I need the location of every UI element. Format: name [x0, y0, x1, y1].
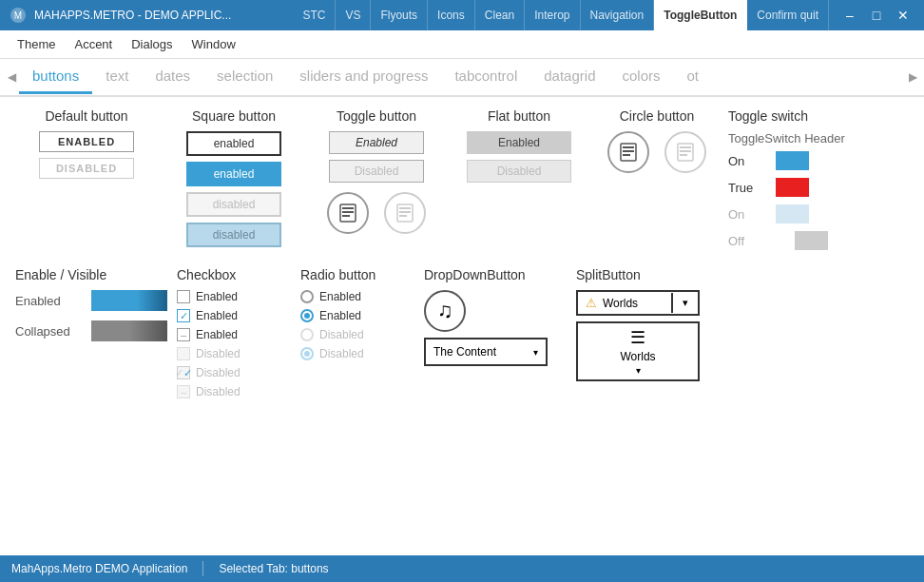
toggle-switch-on[interactable]: [776, 151, 828, 170]
tab-confirm-quit[interactable]: Confirm quit: [747, 0, 829, 30]
toggle-handle-dim-on: [809, 204, 828, 223]
cb-row-4: ✓ Disabled: [177, 366, 241, 379]
tabnav-text[interactable]: text: [92, 60, 142, 94]
menubar: Theme Accent Dialogs Window: [0, 30, 924, 59]
square-btn4: disabled: [186, 223, 281, 247]
statusbar-app-label: MahApps.Metro DEMO Application: [11, 562, 187, 575]
minimize-button[interactable]: –: [837, 0, 863, 30]
toggle-label-true: True: [728, 181, 766, 195]
radio-button-section: Radio button Enabled Enabled Disabled Di…: [300, 267, 414, 404]
split-content-btn[interactable]: ☰ Worlds ▾: [576, 321, 700, 381]
radio-1[interactable]: [300, 309, 314, 322]
checkbox-section: Checkbox Enabled Enabled Enabled Disable…: [177, 267, 291, 404]
flat-button-section: Flat button Enabled Disabled: [452, 108, 586, 258]
tabnav-dates[interactable]: dates: [142, 60, 203, 94]
tab-icons[interactable]: Icons: [428, 0, 475, 30]
radio-row-2: Disabled: [300, 328, 364, 341]
tabnav-items: buttons text dates selection sliders and…: [19, 60, 905, 94]
maximize-button[interactable]: □: [863, 0, 890, 30]
close-button[interactable]: ✕: [890, 0, 916, 30]
cb-label-4: Disabled: [196, 366, 241, 379]
tabnav-buttons[interactable]: buttons: [19, 60, 92, 94]
radio-2: [300, 328, 314, 341]
circle-btn1[interactable]: [607, 131, 649, 173]
statusbar: MahApps.Metro DEMO Application Selected …: [0, 555, 924, 582]
toggle-row-off: Off: [728, 231, 828, 250]
svg-rect-3: [342, 207, 354, 209]
ev-enabled-row: Enabled: [15, 290, 167, 311]
tab-interop[interactable]: Interop: [525, 0, 580, 30]
flat-button-title: Flat button: [488, 108, 550, 124]
toggle-switch-off[interactable]: [776, 231, 828, 250]
toggle-row-true: True: [728, 178, 828, 197]
tabnav-prev[interactable]: ◀: [4, 59, 19, 96]
tab-clean[interactable]: Clean: [475, 0, 525, 30]
tab-vs[interactable]: VS: [336, 0, 371, 30]
toggle-label-off: Off: [728, 234, 766, 248]
ev-collapsed-row: Collapsed: [15, 320, 167, 341]
default-enabled-button[interactable]: ENABLED: [39, 131, 134, 152]
split-arrow-btn[interactable]: ▾: [671, 293, 698, 313]
cb-2[interactable]: [177, 328, 190, 341]
tab-stc[interactable]: STC: [293, 0, 336, 30]
circle-buttons: [604, 131, 710, 173]
ev-collapsed-bar[interactable]: [91, 320, 167, 341]
cb-1[interactable]: [177, 309, 190, 322]
tabnav-ot[interactable]: ot: [674, 60, 713, 94]
square-btn1[interactable]: enabled: [186, 131, 281, 156]
tab-navigation[interactable]: Navigation: [581, 0, 655, 30]
tab-togglebutton[interactable]: ToggleButton: [654, 0, 747, 30]
cb-row-3: Disabled: [177, 347, 241, 360]
dd-content-label: The Content: [433, 345, 496, 359]
content-tabnav: ◀ buttons text dates selection sliders a…: [0, 59, 924, 97]
cb-3: [177, 347, 190, 360]
cb-label-2: Enabled: [196, 328, 238, 341]
tabnav-colors[interactable]: colors: [608, 60, 673, 94]
cb-0[interactable]: [177, 290, 190, 303]
toggle-disabled-button: Disabled: [329, 160, 424, 183]
toggle-icon-buttons: [323, 192, 430, 234]
app-icon: M: [8, 5, 29, 26]
toggle-row-on: On: [728, 151, 828, 170]
cb-row-1: Enabled: [177, 309, 238, 322]
tab-flyouts[interactable]: Flyouts: [371, 0, 428, 30]
tabnav-datagrid[interactable]: datagrid: [530, 60, 608, 94]
tabnav-next[interactable]: ▶: [905, 59, 920, 96]
svg-rect-4: [342, 211, 354, 213]
toggle-handle-true: [809, 178, 828, 197]
ev-enabled-bar[interactable]: [91, 290, 167, 311]
ev-enabled-label: Enabled: [15, 294, 82, 308]
main-content: Default button ENABLED DISABLED Square b…: [0, 97, 924, 555]
toggle-switch-dim-on[interactable]: [776, 204, 828, 223]
tabnav-tabcontrol[interactable]: tabcontrol: [441, 60, 530, 94]
radio-0[interactable]: [300, 290, 314, 303]
music-icon: ♫: [437, 299, 453, 323]
dropdown-btn[interactable]: The Content ▾: [424, 338, 548, 366]
svg-rect-12: [623, 150, 634, 152]
dd-inner: The Content ▾: [433, 345, 538, 359]
cb-label-3: Disabled: [196, 347, 241, 360]
list-icon: ☰: [630, 327, 645, 348]
split-arrow-icon: ▾: [683, 297, 688, 309]
toggle-enabled-button[interactable]: Enabled: [329, 131, 424, 154]
toggle-circle-btn1[interactable]: [327, 192, 369, 234]
cb-4: ✓: [177, 366, 190, 379]
circle-button-title: Circle button: [620, 108, 695, 124]
square-button-title: Square button: [192, 108, 276, 124]
window-title: MAHAPPS.METRO - DEMO APPLIC...: [34, 9, 293, 22]
flat-enabled-button[interactable]: Enabled: [467, 131, 571, 154]
menu-theme[interactable]: Theme: [8, 33, 65, 55]
square-btn2[interactable]: enabled: [186, 162, 281, 186]
toggle-switch-header: ToggleSwitch Header: [728, 131, 845, 146]
split-btn-worlds[interactable]: ⚠ Worlds ▾: [576, 290, 700, 316]
menu-window[interactable]: Window: [183, 33, 245, 55]
tabnav-sliders[interactable]: sliders and progress: [286, 60, 441, 94]
statusbar-tab-label: Selected Tab: buttons: [219, 562, 328, 575]
menu-accent[interactable]: Accent: [65, 33, 122, 55]
titlebar: M MAHAPPS.METRO - DEMO APPLIC... STC VS …: [0, 0, 924, 30]
ev-collapsed-label: Collapsed: [15, 324, 82, 339]
cb-row-5: – Disabled: [177, 385, 241, 398]
menu-dialogs[interactable]: Dialogs: [122, 33, 182, 55]
toggle-switch-true[interactable]: [776, 178, 828, 197]
tabnav-selection[interactable]: selection: [203, 60, 286, 94]
